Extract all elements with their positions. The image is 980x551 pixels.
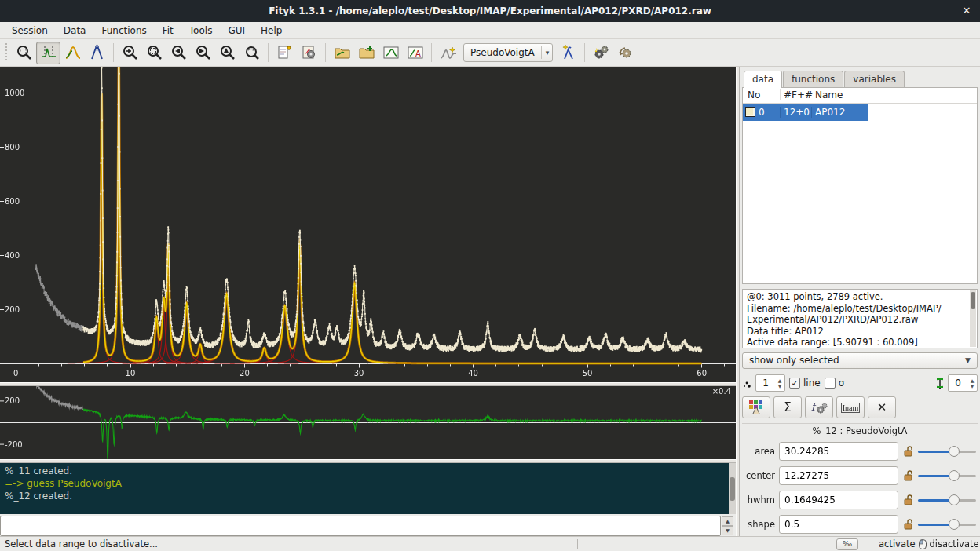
- function-parameters-panel: %_12 : PseudoVoigtA area center hwhm sha…: [742, 423, 978, 536]
- rename-label: Inam: [841, 403, 861, 413]
- dataset-buttons: Σ f Inam ✕: [742, 396, 978, 419]
- slider-thumb[interactable]: [949, 519, 960, 530]
- zoom-vertically-icon[interactable]: [215, 42, 240, 64]
- auxiliary-plot-canvas[interactable]: [0, 386, 736, 459]
- undo-fit-icon[interactable]: [613, 42, 638, 64]
- zoom-right-icon[interactable]: [191, 42, 215, 64]
- line-checkbox[interactable]: ✓ line: [789, 378, 821, 389]
- dataset-function-count: 12+0: [781, 107, 812, 118]
- console-command-line: =-> guess PseudoVoigtA: [5, 477, 724, 490]
- zoom-left-icon[interactable]: [166, 42, 191, 64]
- command-line[interactable]: [0, 516, 721, 536]
- checkbox-checked-icon[interactable]: ✓: [789, 378, 800, 389]
- lock-open-icon[interactable]: [902, 469, 914, 481]
- function-type-selector[interactable]: PseudoVoigtA ▾: [463, 43, 553, 62]
- menu-help[interactable]: Help: [254, 24, 289, 38]
- filter-value: show only selected: [749, 355, 839, 366]
- console-line: %_11 created.: [5, 465, 724, 477]
- console-scrollbar[interactable]: [729, 463, 736, 514]
- mouse-right-hint: disactivate: [930, 538, 979, 549]
- param-row-hwhm: hwhm: [742, 487, 978, 512]
- open-data-append-icon[interactable]: [354, 42, 378, 64]
- param-label: shape: [742, 519, 775, 530]
- main-plot[interactable]: [0, 67, 736, 382]
- spin-up-icon[interactable]: ▲: [722, 516, 733, 526]
- data-range-mode-icon[interactable]: [36, 42, 60, 64]
- point-size-value: 1: [756, 378, 775, 389]
- menu-bar: Session Data Functions Fit Tools GUI Hel…: [0, 22, 980, 39]
- tab-variables[interactable]: variables: [844, 71, 905, 87]
- main-plot-canvas[interactable]: [0, 67, 736, 382]
- checkbox-unchecked-icon[interactable]: [825, 378, 836, 389]
- output-console: %_11 created. =-> guess PseudoVoigtA %_1…: [0, 463, 729, 514]
- svg-text:A: A: [415, 49, 421, 58]
- auxiliary-plot[interactable]: ×0.4: [0, 386, 736, 459]
- export-plot-image-icon[interactable]: [378, 42, 403, 64]
- save-plot-image-icon[interactable]: A: [403, 42, 427, 64]
- spin-down-icon[interactable]: ▼: [722, 526, 733, 535]
- zoom-all-icon[interactable]: [240, 42, 264, 64]
- open-data-icon[interactable]: [330, 42, 354, 64]
- shift-spinner[interactable]: 0 ▲▼: [948, 374, 978, 392]
- slider-thumb[interactable]: [949, 470, 960, 481]
- param-center-slider[interactable]: [918, 470, 976, 481]
- toolbar-drag-handle[interactable]: [4, 43, 9, 62]
- zoom-rectangle-mode-icon[interactable]: [12, 42, 36, 64]
- sigma-checkbox[interactable]: σ: [825, 378, 845, 389]
- add-peak-mode-icon[interactable]: [60, 42, 85, 64]
- functions-apply-button[interactable]: f: [805, 396, 833, 418]
- close-icon[interactable]: ✕: [960, 4, 974, 18]
- delete-button[interactable]: ✕: [868, 396, 896, 418]
- script-editor-icon[interactable]: [272, 42, 297, 64]
- spinner-arrows-icon[interactable]: ▲▼: [775, 375, 784, 391]
- slider-thumb[interactable]: [949, 446, 960, 457]
- data-colors-button[interactable]: [742, 396, 770, 418]
- drag-peak-mode-icon[interactable]: [85, 42, 109, 64]
- slider-thumb[interactable]: [949, 494, 960, 505]
- menu-tools[interactable]: Tools: [182, 24, 220, 38]
- info-scrollbar[interactable]: [970, 290, 976, 347]
- tab-functions[interactable]: functions: [783, 71, 843, 87]
- dataset-info: @0: 3011 points, 2789 active. Filename: …: [742, 289, 978, 348]
- param-center-input[interactable]: [779, 466, 898, 485]
- spinner-arrows-icon[interactable]: ▲▼: [967, 375, 977, 391]
- zoom-in-icon[interactable]: [118, 42, 142, 64]
- table-row[interactable]: 0 12+0 AP012: [743, 104, 868, 121]
- lock-open-icon[interactable]: [902, 494, 914, 505]
- show-filter-dropdown[interactable]: show only selected ▼: [742, 352, 978, 370]
- gui-config-icon[interactable]: [297, 42, 321, 64]
- param-area-slider[interactable]: [918, 446, 976, 457]
- coordinates-format-button[interactable]: ‰: [836, 538, 858, 550]
- param-shape-slider[interactable]: [918, 519, 976, 530]
- rename-button[interactable]: Inam: [836, 396, 865, 418]
- menu-data[interactable]: Data: [57, 24, 93, 38]
- lock-open-icon[interactable]: [902, 445, 914, 457]
- console-scrollbar-thumb[interactable]: [730, 477, 735, 501]
- menu-session[interactable]: Session: [5, 24, 55, 38]
- menu-fit[interactable]: Fit: [155, 24, 181, 38]
- run-fit-icon[interactable]: [589, 42, 613, 64]
- tab-data[interactable]: data: [744, 71, 782, 88]
- param-hwhm-slider[interactable]: [918, 494, 976, 505]
- dataset-name: AP012: [812, 107, 868, 118]
- info-scrollbar-thumb[interactable]: [971, 292, 975, 309]
- point-size-icon: [742, 378, 751, 389]
- point-size-spinner[interactable]: 1 ▲▼: [755, 374, 785, 392]
- vertical-shift-icon: [936, 377, 944, 389]
- param-area-input[interactable]: [779, 442, 898, 461]
- function-title: %_12 : PseudoVoigtA: [742, 425, 978, 439]
- param-shape-input[interactable]: [779, 515, 898, 534]
- sum-button[interactable]: Σ: [773, 396, 802, 418]
- add-function-icon[interactable]: [556, 42, 580, 64]
- dataset-table-header: No #F+# Name: [743, 88, 977, 104]
- auto-add-peak-icon[interactable]: [436, 42, 460, 64]
- command-input[interactable]: [0, 516, 721, 536]
- menu-gui[interactable]: GUI: [221, 24, 252, 38]
- menu-functions[interactable]: Functions: [94, 24, 153, 38]
- dataset-table: No #F+# Name 0 12+0 AP012: [742, 87, 978, 284]
- param-hwhm-input[interactable]: [779, 491, 898, 509]
- command-history-spinner[interactable]: ▲ ▼: [722, 516, 733, 535]
- lock-open-icon[interactable]: [902, 518, 914, 530]
- dataset-color-checkbox[interactable]: [745, 107, 755, 117]
- zoom-previous-icon[interactable]: [142, 42, 166, 64]
